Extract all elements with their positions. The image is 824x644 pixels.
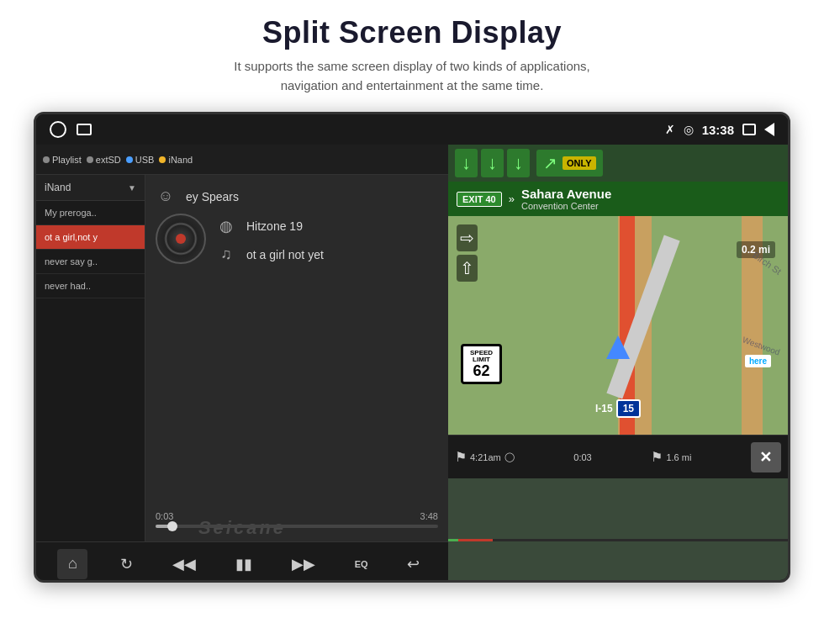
exit-number: EXIT 40 xyxy=(457,192,502,207)
nav-elapsed: 0:03 xyxy=(573,452,591,462)
device-frame: ✗ ◎ 13:38 Playlist extSD xyxy=(34,112,790,583)
playlist-item-2[interactable]: ot a girl,not y xyxy=(36,225,145,250)
back-icon xyxy=(764,123,774,136)
page: Split Screen Display It supports the sam… xyxy=(0,0,824,583)
source-dot-usb xyxy=(126,156,133,163)
arrow-down-3: ↓ xyxy=(507,149,530,177)
flag-start-icon: ⚑ xyxy=(455,449,467,465)
source-usb[interactable]: USB xyxy=(126,155,155,165)
exit-destination: Sahara Avenue Convention Center xyxy=(521,187,611,211)
prev-button[interactable]: ◀◀ xyxy=(166,552,203,577)
track-name: ot a girl not yet xyxy=(246,248,324,261)
source-playlist[interactable]: Playlist xyxy=(43,155,82,165)
turn-icon-straight: ⇨ xyxy=(457,224,478,251)
arrow-only-sign: ↗ ONLY xyxy=(536,150,603,177)
current-time: 0:03 xyxy=(156,511,173,521)
music-main: ☺ ey Spears ◍ xyxy=(145,175,448,541)
music-note-icon: ♫ xyxy=(216,245,236,263)
playlist-item-4[interactable]: never had.. xyxy=(36,274,145,298)
status-right: ✗ ◎ 13:38 xyxy=(665,123,774,137)
only-label: ONLY xyxy=(563,156,596,170)
page-header: Split Screen Display It supports the sam… xyxy=(0,0,824,103)
left-panel: Playlist extSD USB iNand xyxy=(36,145,448,583)
remaining-distance: 1.6 mi xyxy=(666,452,691,462)
back-button[interactable]: ↩ xyxy=(400,552,426,577)
right-panel: ↓ ↓ ↓ ↗ ONLY EXIT 40 » xyxy=(448,145,788,583)
progress-area: 0:03 3:48 xyxy=(156,506,438,533)
map-area: ⇨ ⇧ 0.2 mi SPEEDLIMIT 62 here xyxy=(448,216,788,435)
exit-arrow: » xyxy=(509,193,515,205)
vinyl-disc xyxy=(156,214,206,264)
next-button[interactable]: ▶▶ xyxy=(285,552,322,577)
destination-sub: Convention Center xyxy=(521,201,611,211)
total-time: 3:48 xyxy=(420,511,438,521)
clock-icon: ◯ xyxy=(504,451,515,462)
album-row: ◍ Hitzone 19 ♫ ot a girl not yet xyxy=(156,214,438,264)
nav-progress-green xyxy=(448,539,458,541)
source-bar: Playlist extSD USB iNand xyxy=(36,145,448,175)
page-title: Split Screen Display xyxy=(0,15,824,50)
eq-button[interactable]: EQ xyxy=(348,556,375,573)
arrow-signs-group: ↓ ↓ ↓ xyxy=(455,149,530,177)
source-extsd[interactable]: extSD xyxy=(87,155,121,165)
arrow-diagonal-icon: ↗ xyxy=(543,153,557,173)
track-row: ♫ ot a girl not yet xyxy=(216,245,324,263)
elapsed-time: 0:03 xyxy=(573,452,591,462)
car-position xyxy=(606,335,630,359)
arrow-down-1: ↓ xyxy=(455,149,478,177)
turn-icons: ⇨ ⇧ xyxy=(457,224,478,282)
image-icon xyxy=(77,124,92,135)
nav-eta: ⚑ 4:21am ◯ xyxy=(455,449,515,465)
home-button[interactable]: ⌂ xyxy=(57,549,87,579)
source-dot-playlist xyxy=(43,156,50,163)
dropdown-arrow-icon: ▼ xyxy=(128,183,136,193)
speed-limit-label: SPEEDLIMIT xyxy=(470,350,493,363)
pause-button[interactable]: ▮▮ xyxy=(229,552,259,577)
progress-bar[interactable] xyxy=(156,525,438,528)
now-playing-info: ☺ ey Spears ◍ xyxy=(156,187,438,264)
disc-icon: ◍ xyxy=(216,217,236,235)
eta-time: 4:21am xyxy=(470,452,501,462)
progress-thumb[interactable] xyxy=(167,521,177,531)
person-icon: ☺ xyxy=(156,187,176,205)
page-subtitle: It supports the same screen display of t… xyxy=(0,57,824,95)
split-container: Playlist extSD USB iNand xyxy=(36,145,788,583)
exit-sign: EXIT 40 » Sahara Avenue Convention Cente… xyxy=(448,182,788,216)
vinyl-center xyxy=(176,234,186,244)
artist-name: ey Spears xyxy=(186,190,239,203)
source-inand[interactable]: iNand xyxy=(159,155,193,165)
bluetooth-icon: ✗ xyxy=(665,123,675,136)
i15-label: I-15 xyxy=(595,403,613,414)
status-bar: ✗ ◎ 13:38 xyxy=(36,114,788,145)
destination-main: Sahara Avenue xyxy=(521,187,611,201)
speed-limit-number: 62 xyxy=(470,363,493,378)
nav-remaining: ⚑ 1.6 mi xyxy=(651,449,691,465)
playlist-header[interactable]: iNand ▼ xyxy=(36,175,145,201)
artist-row: ☺ ey Spears xyxy=(156,187,438,205)
nav-bottom-bar: ⚑ 4:21am ◯ 0:03 ⚑ 1.6 mi ✕ xyxy=(448,435,788,478)
progress-times: 0:03 3:48 xyxy=(156,511,438,521)
playlist-sidebar: iNand ▼ My preroga.. ot a girl,not y nev… xyxy=(36,175,145,541)
music-body: iNand ▼ My preroga.. ot a girl,not y nev… xyxy=(36,175,448,541)
status-time: 13:38 xyxy=(702,123,734,137)
highway-header: ↓ ↓ ↓ ↗ ONLY xyxy=(448,145,788,182)
here-logo: here xyxy=(745,355,771,367)
location-icon: ◎ xyxy=(684,123,694,136)
playlist-item-3[interactable]: never say g.. xyxy=(36,250,145,274)
source-dot-inand xyxy=(159,156,166,163)
highway-signs-row: ↓ ↓ ↓ ↗ ONLY xyxy=(455,149,781,177)
nav-progress-bar xyxy=(448,539,788,541)
arrow-down-2: ↓ xyxy=(481,149,504,177)
controls-bar: ⌂ ↻ ◀◀ ▮▮ ▶▶ EQ ↩ xyxy=(36,541,448,583)
window-icon xyxy=(742,124,756,135)
playlist-item-1[interactable]: My preroga.. xyxy=(36,201,145,225)
album-name: Hitzone 19 xyxy=(246,219,303,233)
repeat-button[interactable]: ↻ xyxy=(114,552,140,577)
nav-progress-red xyxy=(458,539,492,541)
nav-close-button[interactable]: ✕ xyxy=(751,442,781,472)
status-left xyxy=(50,121,92,138)
source-dot-extsd xyxy=(87,156,93,163)
i15-sign: I-15 15 xyxy=(595,399,641,418)
turn-icon-fork: ⇧ xyxy=(457,255,478,282)
speed-limit-sign: SPEEDLIMIT 62 xyxy=(461,344,502,384)
